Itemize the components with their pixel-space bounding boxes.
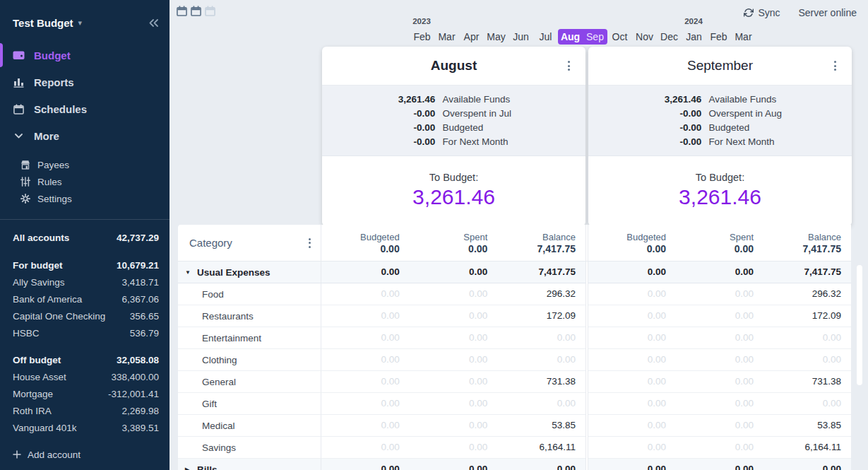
spent-value[interactable]: 0.00	[410, 437, 498, 458]
spent-value[interactable]: 0.00	[676, 393, 763, 414]
to-budget-amount[interactable]: 3,261.46	[588, 185, 852, 209]
balance-value[interactable]: 0.00	[497, 349, 585, 370]
timeline-month-nov[interactable]: Nov	[632, 29, 657, 45]
balance-value[interactable]: 0.00	[497, 327, 585, 348]
sync-button[interactable]: Sync	[744, 7, 780, 18]
budgeted-value[interactable]: 0.00	[321, 305, 410, 327]
sidebar-collapse-button[interactable]	[148, 18, 159, 28]
timeline-month-dec[interactable]: Dec	[657, 29, 682, 45]
collapse-caret-icon[interactable]: ▼	[185, 269, 192, 276]
vertical-scrollbar[interactable]	[857, 265, 862, 385]
timeline-month-oct[interactable]: Oct	[607, 29, 632, 45]
timeline-month-jul[interactable]: Jul	[533, 29, 558, 45]
balance-value[interactable]: 7,417.75	[763, 262, 851, 283]
balance-value[interactable]: 0.00	[763, 349, 851, 370]
sidebar-item-schedules[interactable]: Schedules	[0, 95, 170, 122]
spent-column-header[interactable]: Spent 0.00	[410, 225, 498, 261]
expand-caret-icon[interactable]: ▶	[185, 466, 192, 470]
budgeted-value[interactable]: 0.00	[321, 393, 410, 414]
calendar-two-months-icon[interactable]	[191, 6, 201, 16]
calendar-three-months-icon[interactable]	[205, 6, 215, 16]
spent-value[interactable]: 0.00	[410, 305, 498, 327]
balance-value[interactable]: 7,417.75	[497, 262, 585, 283]
calendar-one-month-icon[interactable]	[177, 6, 187, 16]
budgeted-value[interactable]: 0.00	[588, 327, 676, 348]
account-row-roth-ira[interactable]: Roth IRA2,269.98	[13, 402, 159, 419]
spent-value[interactable]: 0.00	[676, 305, 763, 327]
spent-value[interactable]: 0.00	[410, 393, 498, 414]
balance-value[interactable]: 0.00	[497, 459, 585, 470]
sidebar-item-reports[interactable]: Reports	[0, 69, 170, 95]
balance-value[interactable]: 6,164.11	[763, 437, 851, 458]
account-group-header-for-budget[interactable]: For budget10,679.21	[13, 257, 159, 274]
timeline-month-jun[interactable]: Jun	[509, 29, 533, 45]
sidebar-item-budget[interactable]: Budget	[0, 42, 170, 69]
balance-column-header[interactable]: Balance 7,417.75	[763, 225, 851, 261]
timeline-month-sep[interactable]: Sep	[583, 29, 607, 45]
account-row-house-asset[interactable]: House Asset338,400.00	[13, 368, 159, 385]
add-account-button[interactable]: Add account	[13, 446, 159, 463]
balance-value[interactable]: 172.09	[763, 305, 851, 327]
budgeted-value[interactable]: 0.00	[588, 415, 676, 436]
balance-value[interactable]: 0.00	[763, 327, 851, 348]
spent-value[interactable]: 0.00	[676, 415, 763, 436]
category-name-cell[interactable]: Entertainment	[178, 327, 321, 349]
budgeted-value[interactable]: 0.00	[588, 393, 676, 414]
sidebar-item-payees[interactable]: Payees	[0, 156, 170, 173]
timeline-month-feb[interactable]: Feb	[706, 29, 731, 45]
budgeted-value[interactable]: 0.00	[321, 349, 410, 370]
category-name-cell[interactable]: ▼Usual Expenses	[178, 262, 321, 283]
account-row-vanguard-401k[interactable]: Vanguard 401k3,389.51	[13, 419, 159, 436]
spent-value[interactable]: 0.00	[676, 459, 763, 470]
budgeted-value[interactable]: 0.00	[321, 327, 410, 348]
balance-value[interactable]: 296.32	[497, 283, 585, 305]
spent-column-header[interactable]: Spent 0.00	[676, 225, 763, 261]
category-name-cell[interactable]: Medical	[178, 415, 321, 437]
category-name-cell[interactable]: Savings	[178, 437, 321, 459]
sidebar-item-rules[interactable]: Rules	[0, 173, 170, 190]
timeline-month-feb[interactable]: Feb	[410, 29, 434, 45]
budgeted-column-header[interactable]: Budgeted 0.00	[588, 225, 676, 261]
timeline-month-mar[interactable]: Mar	[731, 29, 756, 45]
balance-value[interactable]: 731.38	[497, 371, 585, 392]
all-accounts-row[interactable]: All accounts 42,737.29	[13, 229, 159, 246]
balance-value[interactable]: 296.32	[763, 283, 851, 305]
timeline-month-apr[interactable]: Apr	[459, 29, 484, 45]
spent-value[interactable]: 0.00	[676, 437, 763, 458]
sidebar-item-more[interactable]: More	[0, 122, 170, 149]
account-row-bank-of-america[interactable]: Bank of America6,367.06	[13, 290, 159, 307]
category-name-cell[interactable]: Food	[178, 283, 321, 305]
spent-value[interactable]: 0.00	[676, 262, 763, 283]
spent-value[interactable]: 0.00	[676, 371, 763, 392]
account-row-mortgage[interactable]: Mortgage-312,001.41	[13, 385, 159, 402]
month-menu-button[interactable]	[565, 58, 573, 74]
spent-value[interactable]: 0.00	[410, 262, 498, 283]
balance-value[interactable]: 6,164.11	[497, 437, 585, 458]
budgeted-value[interactable]: 0.00	[321, 262, 410, 283]
category-name-cell[interactable]: Restaurants	[178, 305, 321, 327]
category-name-cell[interactable]: ▶Bills	[178, 459, 321, 470]
balance-value[interactable]: 0.00	[497, 393, 585, 414]
budgeted-value[interactable]: 0.00	[321, 283, 410, 305]
budget-file-name[interactable]: Test Budget	[13, 17, 73, 29]
budgeted-value[interactable]: 0.00	[588, 262, 676, 283]
budgeted-value[interactable]: 0.00	[588, 371, 676, 392]
budgeted-column-header[interactable]: Budgeted 0.00	[321, 225, 410, 261]
budgeted-value[interactable]: 0.00	[321, 415, 410, 436]
account-row-hsbc[interactable]: HSBC536.79	[13, 324, 159, 341]
budget-file-dropdown-caret-icon[interactable]: ▾	[78, 18, 83, 28]
account-group-header-off-budget[interactable]: Off budget32,058.08	[13, 351, 159, 368]
balance-value[interactable]: 0.00	[763, 459, 851, 470]
category-name-cell[interactable]: Gift	[178, 393, 321, 415]
timeline-month-may[interactable]: May	[484, 29, 509, 45]
category-menu-button[interactable]	[306, 235, 314, 251]
spent-value[interactable]: 0.00	[410, 283, 498, 305]
timeline-month-aug[interactable]: Aug	[558, 29, 583, 45]
budgeted-value[interactable]: 0.00	[588, 437, 676, 458]
budgeted-value[interactable]: 0.00	[321, 437, 410, 458]
spent-value[interactable]: 0.00	[410, 459, 498, 470]
category-name-cell[interactable]: General	[178, 371, 321, 393]
spent-value[interactable]: 0.00	[410, 415, 498, 436]
budgeted-value[interactable]: 0.00	[321, 459, 410, 470]
timeline-month-jan[interactable]: Jan	[682, 29, 706, 45]
